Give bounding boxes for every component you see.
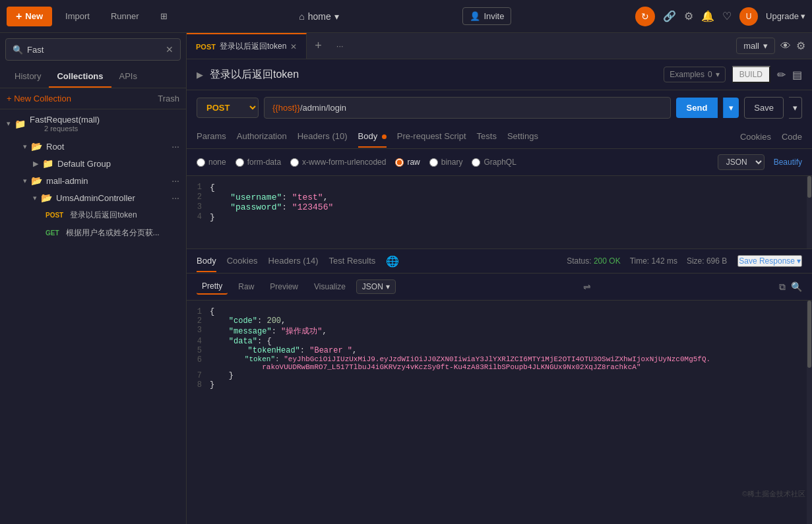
send-button[interactable]: Send [676, 98, 718, 118]
home-button[interactable]: ⌂ home ▾ [299, 11, 339, 22]
search-response-icon[interactable]: 🔍 [791, 281, 802, 293]
global-icon: 🌐 [386, 255, 399, 268]
radio-graphql[interactable]: GraphQL [472, 158, 516, 167]
save-dropdown-button[interactable]: ▾ [789, 97, 802, 119]
search-input[interactable] [27, 45, 166, 55]
chevron-right-icon: ▶ [33, 160, 38, 168]
examples-chevron-icon: ▾ [716, 70, 720, 79]
import-button[interactable]: Import [57, 7, 98, 25]
upgrade-button[interactable]: Upgrade ▾ [766, 11, 805, 21]
radio-form-data[interactable]: form-data [235, 158, 281, 167]
tab-body[interactable]: Body [358, 126, 387, 148]
settings-icon[interactable]: ⚙ [684, 10, 693, 22]
format-tab-pretty[interactable]: Pretty [197, 279, 228, 295]
mall-admin-more-icon[interactable]: ··· [172, 175, 179, 186]
url-bar: POST GET PUT DELETE {{host}} /admin/logi… [187, 90, 812, 125]
default-group-folder-icon: 📁 [42, 158, 53, 169]
ums-folder-icon: 📂 [41, 192, 52, 203]
collection-folder-icon: 📁 [15, 119, 26, 129]
avatar[interactable]: U [739, 7, 758, 26]
beautify-button[interactable]: Beautify [774, 158, 802, 167]
format-tab-raw[interactable]: Raw [233, 279, 259, 294]
method-select[interactable]: POST GET PUT DELETE [197, 98, 259, 118]
editor-scrollbar[interactable] [807, 176, 812, 248]
topbar: New Import Runner ⊞ ⌂ home ▾ 👤 Invite ↻ … [0, 0, 812, 33]
build-button[interactable]: BUILD [732, 66, 770, 83]
new-collection-button[interactable]: + New Collection [7, 94, 71, 103]
body-type-bar: none form-data x-www-form-urlencoded raw… [187, 149, 812, 176]
new-button[interactable]: New [7, 7, 52, 26]
tab-cookies[interactable]: Cookies [740, 132, 771, 142]
request-tab-active[interactable]: POST 登录以后返回token ✕ [187, 33, 307, 59]
tree-item-ums[interactable]: ▾ 📂 UmsAdminController ··· [0, 189, 186, 206]
tab-more-icon[interactable]: ··· [330, 41, 350, 51]
tab-params[interactable]: Params [197, 126, 226, 148]
collection-fastrequest[interactable]: ▾ 📁 FastRequest(mall) 2 requests [0, 109, 186, 138]
examples-count: 0 [708, 70, 712, 79]
resp-line-6: 6 "token": "eyJhbGciOiJIUzUxMiJ9.eyJzdWI… [187, 355, 812, 371]
runner-button[interactable]: Runner [103, 7, 147, 25]
examples-button[interactable]: Examples 0 ▾ [664, 67, 725, 82]
tree-item-mall-admin[interactable]: ▾ 📂 mall-admin ··· [0, 172, 186, 189]
tree-item-get-search[interactable]: GET 根据用户名或姓名分页获... [0, 224, 186, 242]
request-header: ▶ 登录以后返回token Examples 0 ▾ BUILD ✏ ▤ [187, 59, 812, 90]
wrap-icon[interactable]: ⇌ [583, 281, 591, 292]
search-clear-icon[interactable]: ✕ [166, 44, 173, 55]
tab-apis[interactable]: APIs [111, 66, 145, 88]
layout-icon[interactable]: ▤ [792, 69, 802, 81]
tab-close-icon[interactable]: ✕ [290, 42, 297, 51]
json-format-button[interactable]: JSON ▾ [356, 279, 396, 294]
url-display[interactable]: {{host}} /admin/login [264, 97, 671, 119]
radio-raw[interactable]: raw [395, 158, 420, 167]
sync-icon[interactable]: ↻ [635, 7, 655, 26]
tab-authorization[interactable]: Authorization [237, 126, 287, 148]
invite-button[interactable]: 👤 Invite [462, 7, 511, 25]
save-response-button[interactable]: Save Response ▾ [737, 255, 802, 267]
root-more-icon[interactable]: ··· [172, 141, 179, 152]
heart-icon[interactable]: ♡ [722, 10, 732, 22]
radio-binary[interactable]: binary [429, 158, 463, 167]
tab-code[interactable]: Code [782, 132, 802, 142]
eye-icon[interactable]: 👁 [780, 40, 791, 52]
radio-none[interactable]: none [197, 158, 226, 167]
send-dropdown-button[interactable]: ▾ [723, 98, 739, 118]
tab-add-icon[interactable]: + [307, 39, 330, 53]
response-scrollbar[interactable] [807, 301, 812, 524]
sidebar-content: ▾ 📁 FastRequest(mall) 2 requests ▾ 📂 Roo… [0, 109, 186, 524]
tab-tests[interactable]: Tests [477, 126, 497, 148]
get-method-badge: GET [43, 229, 62, 237]
resp-tab-body[interactable]: Body [197, 250, 216, 272]
link-icon[interactable]: 🔗 [663, 10, 676, 22]
copy-response-icon[interactable]: ⧉ [779, 281, 786, 293]
tab-headers[interactable]: Headers (10) [297, 126, 348, 148]
workspace-dropdown[interactable]: mall ▾ [736, 38, 775, 54]
edit-icon[interactable]: ✏ [777, 69, 786, 81]
tab-settings[interactable]: Settings [507, 126, 538, 148]
notification-icon[interactable]: 🔔 [701, 10, 714, 22]
url-host: {{host}} [272, 103, 300, 113]
resp-tab-cookies[interactable]: Cookies [227, 250, 258, 272]
trash-button[interactable]: Trash [158, 94, 179, 103]
sliders-icon[interactable]: ⚙ [796, 40, 805, 52]
tree-item-post-login[interactable]: POST 登录以后返回token [0, 206, 186, 224]
search-bar: 🔍 ✕ [5, 38, 181, 61]
request-body-editor[interactable]: 1 { 2 "username": "test", 3 "password": … [187, 176, 812, 248]
tab-pre-request[interactable]: Pre-request Script [397, 126, 466, 148]
tree-item-root[interactable]: ▾ 📂 Root ··· [0, 138, 186, 155]
size-label: Size: 696 B [687, 256, 727, 266]
format-tab-preview[interactable]: Preview [265, 279, 303, 294]
ums-more-icon[interactable]: ··· [172, 192, 179, 203]
root-label: Root [46, 142, 64, 152]
tree-item-default-group[interactable]: ▶ 📁 Default Group [0, 155, 186, 172]
json-format-select[interactable]: JSON Text XML [718, 154, 765, 170]
tab-history[interactable]: History [7, 66, 49, 88]
resp-tab-headers[interactable]: Headers (14) [268, 250, 319, 272]
resp-tab-test-results[interactable]: Test Results [328, 250, 375, 272]
radio-urlencoded[interactable]: x-www-form-urlencoded [290, 158, 386, 167]
workspace-label: mall [743, 41, 759, 51]
save-button[interactable]: Save [744, 97, 784, 119]
tab-collections[interactable]: Collections [49, 66, 111, 88]
format-tab-visualize[interactable]: Visualize [309, 279, 351, 294]
url-path: /admin/login [300, 103, 346, 113]
workspace-view-button[interactable]: ⊞ [152, 7, 175, 25]
